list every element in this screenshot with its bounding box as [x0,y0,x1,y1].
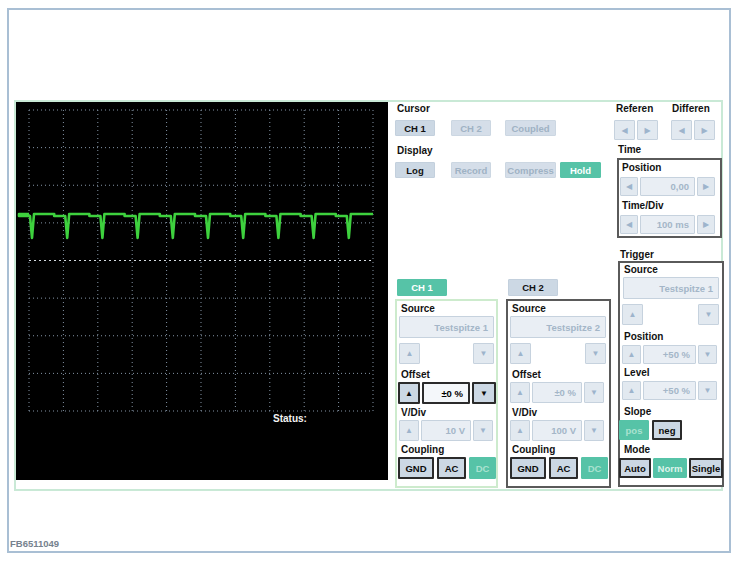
trigger-source-label: Source [624,264,658,275]
ch2-offset-value: ±0 % [532,382,582,403]
up-arrow-icon: ▲ [629,310,637,319]
time-section-title: Time [618,144,641,155]
time-position-increment-button[interactable]: ▶ [697,177,715,196]
oscilloscope-app: Status: Cursor CH 1 CH 2 Coupled Display… [0,0,742,563]
trigger-position-down-button[interactable]: ▼ [698,345,717,364]
ch1-offset-value: ±0 % [422,382,470,404]
figure-code: FB6511049 [10,538,59,549]
ch2-coupling-gnd-button[interactable]: GND [510,457,546,479]
ch2-source-up-button[interactable]: ▲ [510,343,531,364]
right-arrow-icon: ▶ [701,126,707,135]
display-compress-button[interactable]: Compress [505,162,556,178]
ch2-vdiv-label: V/Div [512,407,537,418]
down-arrow-icon: ▼ [704,350,712,359]
ch2-source-down-button[interactable]: ▼ [585,343,606,364]
trigger-source-down-button[interactable]: ▼ [698,304,719,325]
ch1-source-value: Testspitze 1 [399,316,494,338]
time-position-value: 0,00 [640,177,695,196]
right-arrow-icon: ▶ [703,182,709,191]
trigger-position-value: +50 % [643,345,696,364]
trigger-slope-neg-button[interactable]: neg [652,420,682,440]
trigger-mode-single-button[interactable]: Single [689,458,723,478]
ch1-offset-label: Offset [401,369,430,380]
up-arrow-icon: ▲ [406,349,414,358]
ch1-coupling-ac-button[interactable]: AC [437,457,466,479]
cursor-ch1-button[interactable]: CH 1 [395,120,435,136]
display-record-button[interactable]: Record [451,162,491,178]
ch1-vdiv-down-button[interactable]: ▼ [473,420,493,441]
cursor-coupled-button[interactable]: Coupled [505,120,556,136]
left-arrow-icon: ◀ [678,126,684,135]
trigger-source-up-button[interactable]: ▲ [622,304,643,325]
ch2-offset-label: Offset [512,369,541,380]
trigger-section-title: Trigger [620,249,654,260]
ch1-vdiv-value: 10 V [421,420,471,441]
down-arrow-icon: ▼ [705,310,713,319]
waveform-trace [19,214,373,238]
display-log-button[interactable]: Log [395,162,435,178]
up-arrow-icon: ▲ [516,388,524,397]
trigger-level-up-button[interactable]: ▲ [622,381,641,400]
down-arrow-icon: ▼ [479,426,487,435]
display-section-title: Display [397,145,433,156]
cursor-section-title: Cursor [397,103,430,114]
trigger-level-down-button[interactable]: ▼ [698,381,717,400]
right-arrow-icon: ▶ [644,126,650,135]
ch2-vdiv-value: 100 V [532,420,582,441]
trigger-level-label: Level [624,367,650,378]
time-div-value: 100 ms [640,215,695,234]
up-arrow-icon: ▲ [405,389,413,398]
ch1-tab[interactable]: CH 1 [397,279,447,296]
ch1-coupling-dc-button[interactable]: DC [469,457,496,479]
trigger-position-up-button[interactable]: ▲ [622,345,641,364]
ch1-coupling-label: Coupling [401,444,444,455]
ch1-source-down-button[interactable]: ▼ [473,343,494,364]
time-div-label: Time/Div [622,200,664,211]
down-arrow-icon: ▼ [480,349,488,358]
ch2-coupling-dc-button[interactable]: DC [581,457,608,479]
ch2-tab[interactable]: CH 2 [508,279,558,296]
ch2-offset-up-button[interactable]: ▲ [510,382,530,403]
left-arrow-icon: ◀ [621,126,627,135]
referen-prev-button[interactable]: ◀ [614,120,635,140]
trigger-position-label: Position [624,331,663,342]
differen-next-button[interactable]: ▶ [694,120,715,140]
scope-display [16,102,388,480]
ch1-coupling-gnd-button[interactable]: GND [398,457,434,479]
up-arrow-icon: ▲ [517,349,525,358]
ch2-vdiv-up-button[interactable]: ▲ [510,420,530,441]
ch1-vdiv-up-button[interactable]: ▲ [399,420,419,441]
trigger-slope-pos-button[interactable]: pos [619,420,649,440]
trigger-mode-label: Mode [624,444,650,455]
display-hold-button[interactable]: Hold [560,162,601,178]
ch2-vdiv-down-button[interactable]: ▼ [584,420,604,441]
ch1-vdiv-label: V/Div [401,407,426,418]
time-position-decrement-button[interactable]: ◀ [620,177,638,196]
trigger-slope-label: Slope [624,406,651,417]
ch2-source-label: Source [512,303,546,314]
referen-label: Referen [616,103,653,114]
ch1-source-up-button[interactable]: ▲ [399,343,420,364]
cursor-ch2-button[interactable]: CH 2 [451,120,491,136]
trigger-mode-auto-button[interactable]: Auto [619,458,651,478]
trigger-source-value: Testspitze 1 [623,277,719,299]
left-arrow-icon: ◀ [626,220,632,229]
ch1-source-label: Source [401,303,435,314]
time-div-increment-button[interactable]: ▶ [697,215,715,234]
ch1-offset-up-button[interactable]: ▲ [398,382,420,404]
status-label: Status: [273,413,307,424]
up-arrow-icon: ▲ [628,386,636,395]
time-div-decrement-button[interactable]: ◀ [620,215,638,234]
down-arrow-icon: ▼ [480,389,488,398]
ch2-coupling-ac-button[interactable]: AC [549,457,578,479]
trigger-level-value: +50 % [643,381,696,400]
ch1-offset-down-button[interactable]: ▼ [472,382,496,404]
referen-next-button[interactable]: ▶ [637,120,658,140]
scope-grid-and-waveform [16,102,388,480]
trigger-mode-norm-button[interactable]: Norm [653,458,687,478]
differen-prev-button[interactable]: ◀ [671,120,692,140]
up-arrow-icon: ▲ [516,426,524,435]
ch2-offset-down-button[interactable]: ▼ [584,382,604,403]
ch2-coupling-label: Coupling [512,444,555,455]
down-arrow-icon: ▼ [704,386,712,395]
